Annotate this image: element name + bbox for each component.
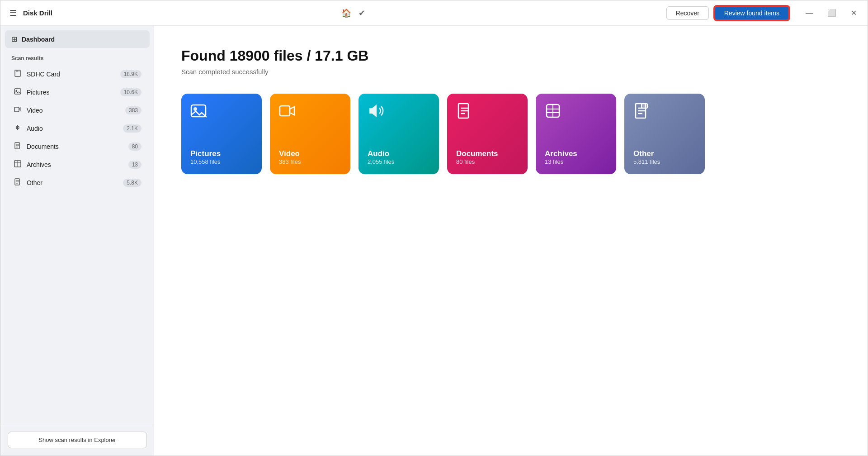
video-icon [13,106,22,115]
recover-button[interactable]: Recover [666,6,709,20]
svg-point-14 [193,107,197,111]
documents-icon [13,142,22,151]
sidebar-item-label-documents: Documents [27,143,124,150]
pictures-card-info: Pictures 10,558 files [190,149,253,165]
svg-rect-22 [642,104,647,108]
video-card-icon [279,103,341,122]
svg-rect-6 [14,107,19,112]
sidebar-item-badge-sdhc-card: 18.9K [120,70,142,78]
svg-point-5 [16,90,17,91]
home-icon[interactable]: 🏠 [341,8,351,18]
sidebar: ⊞ Dashboard Scan results SDHC Card 18.9K… [0,26,154,456]
sidebar-item-audio[interactable]: Audio 2.1K [7,119,148,138]
video-card-info: Video 383 files [279,149,341,165]
documents-card-name: Documents [456,149,519,158]
sidebar-item-label-sdhc-card: SDHC Card [27,71,116,78]
found-title: Found 18900 files / 17.1 GB [181,48,840,64]
other-card-count: 5,811 files [633,158,696,165]
category-card-audio[interactable]: Audio 2,055 files [359,94,439,174]
sidebar-item-label-pictures: Pictures [27,89,116,96]
sidebar-item-badge-video: 383 [125,106,142,114]
other-card-name: Other [633,149,696,158]
dashboard-icon: ⊞ [11,35,17,43]
sidebar-item-other[interactable]: Other 5.8K [7,174,148,192]
audio-card-icon [368,103,430,122]
other-icon [13,178,22,187]
sidebar-item-label-other: Other [27,179,118,186]
svg-rect-4 [14,89,21,94]
scan-results-label: Scan results [5,48,150,65]
app-window: ☰ Disk Drill 🏠 ✔ Recover Review found it… [0,0,868,456]
hamburger-icon[interactable]: ☰ [8,6,19,20]
other-card-info: Other 5,811 files [633,149,696,165]
video-card-count: 383 files [279,158,341,165]
sidebar-footer: Show scan results in Explorer [0,424,154,456]
sidebar-item-label-audio: Audio [27,125,118,132]
title-bar-right: Recover Review found items — ⬜ ✕ [666,6,860,20]
audio-card-info: Audio 2,055 files [368,149,430,165]
sidebar-item-badge-audio: 2.1K [123,124,142,133]
pictures-card-name: Pictures [190,149,253,158]
audio-icon [13,124,22,133]
check-icon[interactable]: ✔ [359,8,365,18]
app-title: Disk Drill [23,9,52,17]
sdhc-card-icon [13,70,22,79]
sidebar-item-label-video: Video [27,107,121,114]
category-card-archives[interactable]: Archives 13 files [536,94,616,174]
archives-card-info: Archives 13 files [545,149,607,165]
title-bar-left: ☰ Disk Drill [8,6,332,20]
category-card-video[interactable]: Video 383 files [270,94,350,174]
pictures-card-count: 10,558 files [190,158,253,165]
sidebar-item-archives[interactable]: Archives 13 [7,156,148,174]
sidebar-item-video[interactable]: Video 383 [7,101,148,119]
other-card-icon [633,103,696,122]
main-layout: ⊞ Dashboard Scan results SDHC Card 18.9K… [0,26,868,456]
title-bar: ☰ Disk Drill 🏠 ✔ Recover Review found it… [0,0,868,26]
archives-icon [13,160,22,169]
category-card-other[interactable]: Other 5,811 files [624,94,705,174]
content-area: Found 18900 files / 17.1 GB Scan complet… [154,26,868,456]
sidebar-item-sdhc-card[interactable]: SDHC Card 18.9K [7,65,148,83]
sidebar-item-label-archives: Archives [27,161,124,168]
pictures-icon [13,88,22,97]
sidebar-item-badge-pictures: 10.6K [120,88,142,96]
documents-card-icon [456,103,519,122]
minimize-button[interactable]: — [802,7,816,19]
sidebar-item-badge-archives: 13 [128,161,142,169]
sidebar-item-badge-other: 5.8K [123,179,142,187]
sidebar-list: SDHC Card 18.9K Pictures 10.6K Video 383… [5,65,150,192]
documents-card-count: 80 files [456,158,519,165]
show-scan-results-button[interactable]: Show scan results in Explorer [8,432,147,448]
documents-card-info: Documents 80 files [456,149,519,165]
archives-card-icon [545,103,607,122]
category-card-documents[interactable]: Documents 80 files [447,94,528,174]
sidebar-item-badge-documents: 80 [128,142,142,151]
audio-card-name: Audio [368,149,430,158]
audio-card-count: 2,055 files [368,158,430,165]
maximize-button[interactable]: ⬜ [824,7,840,19]
title-bar-center: 🏠 ✔ [332,8,666,18]
sidebar-top: ⊞ Dashboard Scan results SDHC Card 18.9K… [0,26,154,196]
category-card-pictures[interactable]: Pictures 10,558 files [181,94,262,174]
review-found-items-button[interactable]: Review found items [714,6,789,20]
sidebar-item-pictures[interactable]: Pictures 10.6K [7,83,148,101]
sidebar-item-documents[interactable]: Documents 80 [7,138,148,156]
svg-rect-15 [280,106,290,116]
window-controls: — ⬜ ✕ [802,7,860,19]
archives-card-count: 13 files [545,158,607,165]
sidebar-item-dashboard[interactable]: ⊞ Dashboard [5,30,150,48]
found-subtitle: Scan completed successfully [181,68,840,76]
close-button[interactable]: ✕ [847,7,860,19]
dashboard-label: Dashboard [22,36,55,43]
archives-card-name: Archives [545,149,607,158]
categories-grid: Pictures 10,558 files Video 383 files Au… [181,94,840,174]
video-card-name: Video [279,149,341,158]
pictures-card-icon [190,103,253,122]
